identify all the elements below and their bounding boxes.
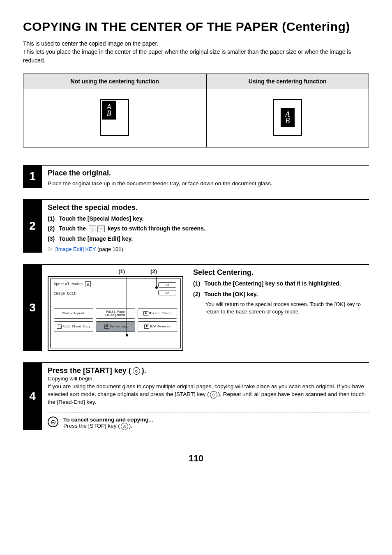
step-4-number: 4 <box>23 362 42 430</box>
step-1: 1 Place the original. Place the original… <box>23 165 369 188</box>
compare-table: Not using the centering function Using t… <box>23 74 369 147</box>
step-1-title: Place the original. <box>48 169 369 177</box>
step-1-number: 1 <box>23 165 42 188</box>
step-4-title-b: ). <box>142 366 146 375</box>
step-2-sub2-a: Touch the <box>59 225 88 232</box>
letter-b: B <box>107 110 111 117</box>
multi-page-enlargement-button[interactable]: Multi-Page Enlargement <box>96 308 135 319</box>
step-3: 3 (1) (2) OK OK <box>23 264 369 351</box>
cancel-title: To cancel scanning and copying... <box>63 417 153 423</box>
compare-left-cell: A B <box>23 89 207 147</box>
cancel-block: ⊝ To cancel scanning and copying... Pres… <box>48 417 369 430</box>
ok-button-inner[interactable]: OK <box>158 290 176 295</box>
step-4-title: Press the [START] key ( ◇ ). <box>48 366 369 375</box>
full-bleed-copy-button[interactable]: ⛶Full Bleed Copy <box>54 321 93 332</box>
callout-1: (1) <box>118 268 125 274</box>
screen-header-title: Special Modes <box>54 282 83 286</box>
intro-text: This is used to center the copied image … <box>23 39 369 64</box>
page-title: COPYING IN THE CENTER OF THE PAPER (Cent… <box>23 20 369 34</box>
reference-suffix: (page 101) <box>96 246 123 252</box>
step-2-sub2-num: (2) <box>48 225 55 232</box>
ab-center: A B <box>281 108 295 127</box>
mirror-image-button[interactable]: ◐Mirror Image <box>138 308 177 319</box>
callout-2: (2) <box>150 268 157 274</box>
step-2-title: Select the special modes. <box>48 203 369 212</box>
reference-icon: ☞ <box>48 245 53 252</box>
step-4: 4 Press the [START] key ( ◇ ). Copying w… <box>23 362 369 430</box>
step-2-sub3-label: Touch the [Image Edit] key. <box>59 235 133 242</box>
image-edit-key-link[interactable]: [Image Edit] KEY <box>55 246 96 252</box>
stop-key-icon: ◎ <box>121 423 128 430</box>
compare-right-cell: A B <box>206 89 369 147</box>
mirror-icon: ◐ <box>143 311 148 315</box>
stop-hint-icon: ⊝ <box>48 417 58 427</box>
photo-repeat-button[interactable]: Photo Repeat <box>54 308 93 319</box>
compare-left-header: Not using the centering function <box>23 74 207 89</box>
device-screen: OK OK Special Modes ▤ Image Edit Photo R… <box>48 276 183 351</box>
page-number: 110 <box>23 453 369 464</box>
centering-icon: ▣ <box>104 325 109 329</box>
step-2-sub2-b: keys to switch through the screens. <box>108 225 205 232</box>
centering-button[interactable]: ▣Centering <box>96 321 135 332</box>
step-3-sub1-num: (1) <box>193 280 200 287</box>
arrow-keys-icon: ↓↑ <box>89 226 105 232</box>
step-2-sub1-label: Touch the [Special Modes] key. <box>59 215 143 222</box>
step-3-sub2-label: Touch the [OK] key. <box>204 291 258 297</box>
compare-right-header: Using the centering function <box>206 74 369 89</box>
intro-p1: This is used to center the copied image … <box>23 39 369 48</box>
document-icon: ▤ <box>85 281 91 287</box>
cancel-b: ). <box>129 423 132 429</box>
step-3-right-title: Select Centering. <box>193 268 369 277</box>
start-key-icon: ◇ <box>133 367 140 375</box>
step-2-reference: ☞ [Image Edit] KEY (page 101) <box>48 245 369 253</box>
step-3-sub1-label: Touch the [Centering] key so that it is … <box>204 280 341 287</box>
cancel-text: Press the [STOP] key (◎). <box>63 423 153 430</box>
step-4-p1: Copying will begin. <box>48 375 369 383</box>
bw-reverse-icon: ◧ <box>144 325 149 329</box>
cancel-a: Press the [STOP] key ( <box>63 423 120 429</box>
step-2-sub3-num: (3) <box>48 235 55 242</box>
step-2-sub1-num: (1) <box>48 215 55 222</box>
intro-p2: This lets you place the image in the cen… <box>23 48 369 64</box>
start-key-icon-inline: ◇ <box>210 391 217 398</box>
step-4-p2: If you are using the document glass to c… <box>48 383 369 406</box>
bw-reverse-button[interactable]: ◧B/W Reverse <box>138 321 177 332</box>
step-3-sub2-desc: You will return to the special modes scr… <box>205 301 369 315</box>
step-2-sub2-label: Touch the ↓↑ keys to switch through the … <box>59 225 205 232</box>
step-2-number: 2 <box>23 199 42 253</box>
step-3-sub2-num: (2) <box>193 291 200 297</box>
letter-b: B <box>285 117 290 124</box>
ab-topleft: A B <box>102 101 116 120</box>
ok-button-outer[interactable]: OK <box>158 282 176 288</box>
step-3-number: 3 <box>23 264 42 351</box>
step-2: 2 Select the special modes. (1) Touch th… <box>23 199 369 253</box>
fullbleed-icon: ⛶ <box>57 325 62 329</box>
step-4-title-a: Press the [START] key ( <box>48 366 131 375</box>
step-1-text: Place the original face up in the docume… <box>48 180 369 188</box>
dashed-separator <box>48 412 369 412</box>
